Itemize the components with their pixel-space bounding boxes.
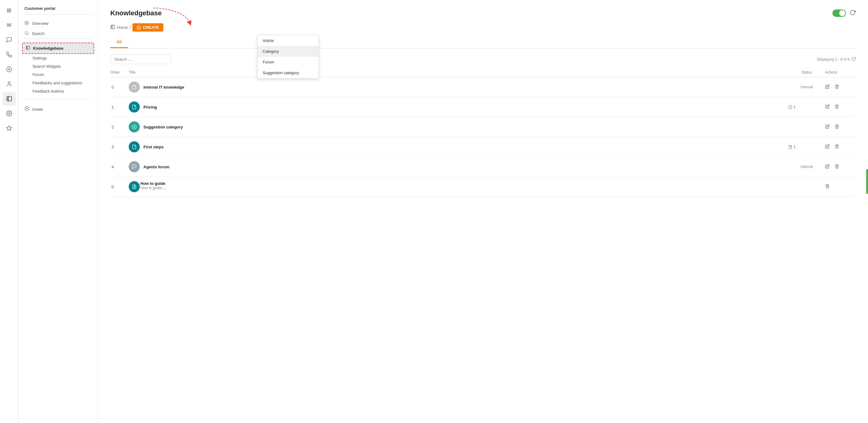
svg-marker-5 <box>6 126 12 130</box>
row-icon-3 <box>129 141 140 152</box>
nav-knowledgebase-label: Knowledgebase <box>33 46 63 51</box>
row-title-0: Internal IT knowledge <box>129 82 788 93</box>
sidebar-icon-grid[interactable]: ⊞ <box>2 4 16 17</box>
table-row: 4 Agents forum Internal <box>110 157 856 177</box>
delete-btn-4[interactable] <box>835 164 839 170</box>
row-icon-2 <box>129 121 140 132</box>
create-button[interactable]: CREATE <box>132 23 163 32</box>
nav-sub-settings-label: Settings <box>32 56 47 60</box>
nav-divider-3 <box>25 99 92 99</box>
dropdown-article[interactable]: Article <box>258 35 318 46</box>
nav-overview[interactable]: Overview <box>19 19 98 29</box>
row-actions-5 <box>825 184 856 189</box>
delete-btn-5[interactable] <box>825 184 830 189</box>
dropdown-forum[interactable]: Forum <box>258 57 318 67</box>
edit-btn-0[interactable] <box>825 84 830 90</box>
svg-line-9 <box>28 34 29 35</box>
table-row: 3 First steps 1 <box>110 137 856 157</box>
row-status-3: 1 <box>788 145 825 149</box>
dropdown-article-label: Article <box>263 38 274 43</box>
dropdown-suggestion-category[interactable]: Suggestion category <box>258 67 318 78</box>
row-actions-3 <box>825 144 856 150</box>
nav-search[interactable]: Search <box>19 29 98 39</box>
sub-count-3: 1 <box>788 145 825 149</box>
nav-sub-settings[interactable]: Settings <box>19 54 98 62</box>
row-status-0: Internal <box>788 85 825 89</box>
sidebar-icon-knowledgebase[interactable] <box>2 92 16 105</box>
nav-sub-feedbacks-label: Feedbacks and suggestions <box>32 81 82 85</box>
sidebar-icon-mail[interactable]: ✉ <box>2 19 16 32</box>
delete-btn-1[interactable] <box>835 104 839 110</box>
search-input[interactable] <box>110 55 172 64</box>
table-row: 0 How to guide How to guide.... <box>110 177 856 197</box>
nav-create[interactable]: create <box>19 103 98 115</box>
sidebar-icon-contacts[interactable] <box>2 77 16 91</box>
row-order-0: 0 <box>110 85 129 90</box>
row-icon-1 <box>129 101 140 113</box>
row-icon-5 <box>129 181 140 192</box>
delete-btn-3[interactable] <box>835 144 839 150</box>
sidebar-icon-monitor[interactable] <box>2 63 16 76</box>
row-order-1: 1 <box>110 105 129 110</box>
col-actions: Actions <box>825 70 856 74</box>
table-toolbar: Displaying 1 - 6 of 6 <box>110 55 856 64</box>
row-icon-0 <box>129 82 140 93</box>
edit-btn-2[interactable] <box>825 124 830 130</box>
table-refresh-icon[interactable] <box>851 57 856 62</box>
tab-all[interactable]: All <box>110 36 128 48</box>
create-button-label: CREATE <box>143 25 159 30</box>
svg-point-7 <box>26 22 28 24</box>
sidebar-icon-star[interactable] <box>2 121 16 135</box>
displaying-count: Displaying 1 - 6 of 6 <box>817 57 856 62</box>
row-status-1: 1 <box>788 105 825 109</box>
row-title-4: Agents forum <box>129 161 788 172</box>
nav-knowledgebase[interactable]: Knowledgebase <box>22 42 94 54</box>
edit-btn-1[interactable] <box>825 104 830 110</box>
col-title: Title <box>129 70 788 74</box>
breadcrumb-home: Home <box>117 25 128 30</box>
svg-point-4 <box>8 113 10 114</box>
nav-search-label: Search <box>32 31 44 36</box>
delete-btn-0[interactable] <box>835 84 839 90</box>
toggle-switch[interactable] <box>832 9 846 17</box>
col-status: Status <box>788 70 825 74</box>
row-actions-4 <box>825 164 856 170</box>
breadcrumb-home-icon <box>110 25 115 30</box>
svg-point-0 <box>6 67 12 72</box>
row-order-4: 4 <box>110 164 129 169</box>
nav-sub-forum[interactable]: Forum <box>19 70 98 79</box>
sidebar-icon-chat[interactable] <box>2 33 16 47</box>
create-dropdown: Article Category Forum Suggestion catego… <box>257 35 319 79</box>
sidebar-icon-settings[interactable] <box>2 107 16 120</box>
breadcrumb: Home / CREATE Article Category Forum <box>110 23 856 32</box>
refresh-icon[interactable] <box>849 9 856 17</box>
displaying-count-text: Displaying 1 - 6 of 6 <box>817 57 849 62</box>
dropdown-forum-label: Forum <box>263 60 274 64</box>
knowledge-table: Order Title Status Actions 0 Internal IT… <box>110 68 856 197</box>
icon-sidebar: ⊞ ✉ <box>0 0 19 423</box>
col-order: Order <box>110 70 129 74</box>
dropdown-category[interactable]: Category <box>258 46 318 57</box>
portal-title: Customer portal <box>19 6 98 14</box>
row-order-5: 0 <box>110 184 129 189</box>
row-title-3: First steps <box>129 141 788 152</box>
svg-point-2 <box>8 82 10 84</box>
svg-rect-3 <box>7 96 11 101</box>
search-nav-icon <box>25 31 29 36</box>
edit-btn-4[interactable] <box>825 164 830 170</box>
left-nav-panel: Customer portal Overview Search Knowledg… <box>19 0 98 423</box>
nav-sub-search-widgets-label: Search Widgets <box>32 64 61 69</box>
overview-icon <box>25 21 29 26</box>
delete-btn-2[interactable] <box>835 124 839 130</box>
edit-btn-3[interactable] <box>825 144 830 150</box>
tab-all-label: All <box>117 39 122 44</box>
row-actions-1 <box>825 104 856 110</box>
page-title: Knowledgebase <box>110 9 161 17</box>
table-row: 2 Suggestion category <box>110 117 856 137</box>
nav-sub-search-widgets[interactable]: Search Widgets <box>19 62 98 70</box>
nav-sub-feedback-buttons[interactable]: Feedback buttons <box>19 87 98 95</box>
sidebar-icon-phone[interactable] <box>2 48 16 61</box>
nav-sub-feedbacks[interactable]: Feedbacks and suggestions <box>19 79 98 87</box>
dropdown-suggestion-category-label: Suggestion category <box>263 70 299 75</box>
svg-point-1 <box>8 69 10 70</box>
